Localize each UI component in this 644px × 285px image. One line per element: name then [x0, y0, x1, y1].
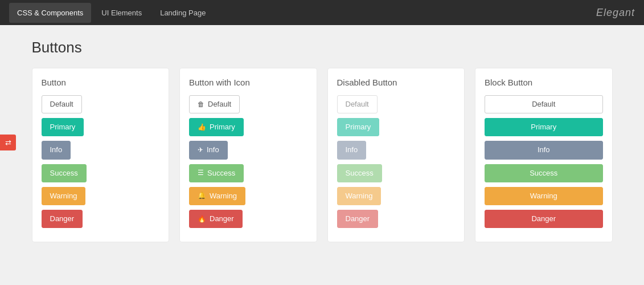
btn-danger-1[interactable]: 🔥Danger: [189, 210, 243, 228]
btn-default-3[interactable]: Default: [485, 95, 603, 113]
btn-label-info-2: Info: [346, 145, 358, 155]
btn-label-primary-3: Primary: [531, 122, 556, 132]
nav-links: CSS & Components UI Elements Landing Pag…: [9, 3, 214, 23]
btn-default-0[interactable]: Default: [42, 95, 82, 113]
card-title-3: Block Button: [485, 78, 603, 87]
btn-label-info-0: Info: [50, 145, 63, 155]
card-3: Block ButtonDefaultPrimaryInfoSuccessWar…: [475, 68, 613, 242]
btn-label-danger-0: Danger: [50, 214, 75, 224]
btn-primary-1[interactable]: 👍Primary: [189, 118, 244, 136]
card-title-2: Disabled Button: [337, 78, 456, 87]
navbar: CSS & Components UI Elements Landing Pag…: [0, 0, 644, 25]
btn-danger-3[interactable]: Danger: [485, 210, 603, 228]
btn-success-2: Success: [337, 164, 382, 182]
btn-label-danger-1: Danger: [210, 214, 234, 224]
btn-info-0[interactable]: Info: [42, 141, 71, 159]
btn-warning-2: Warning: [337, 187, 382, 205]
btn-label-default-2: Default: [346, 99, 369, 109]
button-row-3: DefaultPrimaryInfoSuccessWarningDanger: [485, 95, 603, 233]
share-icon: ⇄: [5, 139, 11, 147]
button-row-1: 🗑Default👍Primary✈Info☰Success🔔Warning🔥Da…: [189, 95, 307, 233]
nav-item-ui[interactable]: UI Elements: [93, 3, 150, 23]
btn-label-info-1: Info: [207, 145, 219, 155]
btn-info-2: Info: [337, 141, 367, 159]
btn-success-3[interactable]: Success: [485, 164, 603, 182]
card-2: Disabled ButtonDefaultPrimaryInfoSuccess…: [327, 68, 465, 242]
btn-success-1[interactable]: ☰Success: [189, 164, 244, 182]
primary-icon-1: 👍: [198, 123, 206, 132]
btn-primary-2: Primary: [337, 118, 380, 136]
card-title-1: Button with Icon: [189, 78, 307, 87]
btn-label-default-0: Default: [50, 99, 73, 109]
btn-label-primary-2: Primary: [346, 122, 371, 132]
default-icon-1: 🗑: [198, 100, 204, 109]
button-grid: ButtonDefaultPrimaryInfoSuccessWarningDa…: [32, 68, 613, 242]
card-1: Button with Icon🗑Default👍Primary✈Info☰Su…: [179, 68, 317, 242]
btn-label-primary-0: Primary: [50, 122, 76, 132]
btn-danger-0[interactable]: Danger: [42, 210, 83, 228]
btn-primary-3[interactable]: Primary: [485, 118, 603, 136]
btn-info-3[interactable]: Info: [485, 141, 603, 159]
btn-label-success-0: Success: [50, 168, 78, 178]
button-row-2: DefaultPrimaryInfoSuccessWarningDanger: [337, 95, 456, 233]
btn-success-0[interactable]: Success: [42, 164, 87, 182]
btn-label-info-3: Info: [538, 145, 550, 155]
sidebar-toggle-button[interactable]: ⇄: [0, 135, 16, 150]
success-icon-1: ☰: [198, 168, 204, 178]
main-content: Buttons ButtonDefaultPrimaryInfoSuccessW…: [9, 25, 635, 256]
card-title-0: Button: [42, 78, 160, 87]
btn-label-primary-1: Primary: [210, 122, 235, 132]
btn-label-warning-3: Warning: [530, 191, 557, 201]
btn-label-danger-2: Danger: [346, 214, 370, 224]
btn-label-success-3: Success: [530, 168, 557, 178]
card-0: ButtonDefaultPrimaryInfoSuccessWarningDa…: [32, 68, 170, 242]
btn-label-warning-1: Warning: [210, 191, 237, 201]
nav-item-landing[interactable]: Landing Page: [152, 3, 214, 23]
nav-item-css[interactable]: CSS & Components: [9, 3, 91, 23]
btn-danger-2: Danger: [337, 210, 379, 228]
nav-brand: Elegant: [596, 7, 635, 19]
page-title: Buttons: [32, 39, 613, 56]
btn-label-danger-3: Danger: [531, 214, 556, 224]
info-icon-1: ✈: [198, 145, 203, 155]
btn-label-default-1: Default: [208, 99, 231, 109]
danger-icon-1: 🔥: [198, 214, 206, 224]
btn-warning-0[interactable]: Warning: [42, 187, 86, 205]
btn-info-1[interactable]: ✈Info: [189, 141, 228, 159]
btn-label-success-2: Success: [346, 168, 374, 178]
btn-primary-0[interactable]: Primary: [42, 118, 84, 136]
btn-label-success-1: Success: [207, 168, 235, 178]
btn-default-1[interactable]: 🗑Default: [189, 95, 240, 113]
btn-warning-3[interactable]: Warning: [485, 187, 603, 205]
btn-label-default-3: Default: [532, 99, 555, 109]
warning-icon-1: 🔔: [198, 191, 206, 201]
button-row-0: DefaultPrimaryInfoSuccessWarningDanger: [42, 95, 160, 233]
btn-default-2: Default: [337, 95, 378, 113]
btn-label-warning-2: Warning: [346, 191, 373, 201]
btn-warning-1[interactable]: 🔔Warning: [189, 187, 245, 205]
btn-label-warning-0: Warning: [50, 191, 77, 201]
